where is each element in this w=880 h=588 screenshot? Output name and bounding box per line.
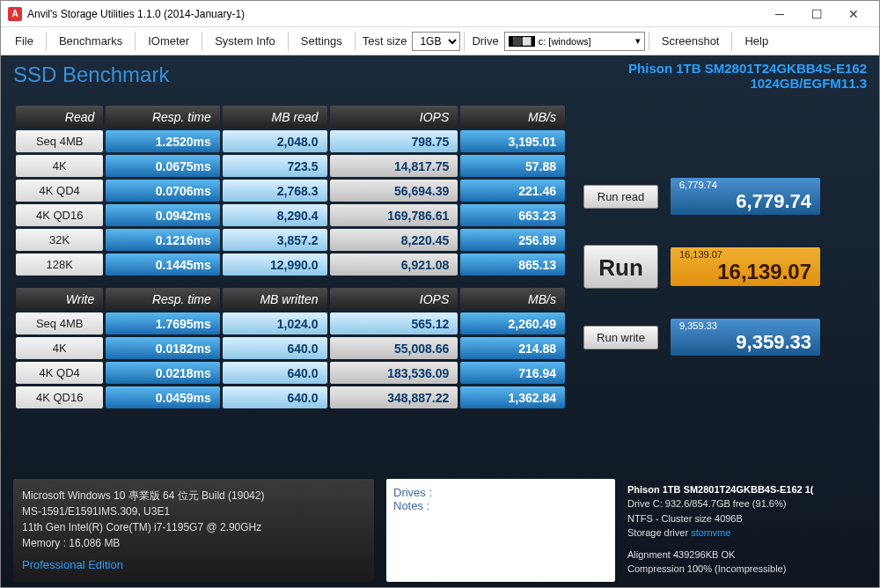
cell-resp: 0.0706ms xyxy=(106,180,220,202)
table-row: 4K 0.0675ms 723.5 14,817.75 57.88 xyxy=(16,155,565,177)
cell-mb: 1,024.0 xyxy=(223,312,327,334)
test-size-label: Test size xyxy=(359,34,411,48)
cell-mbs: 663.23 xyxy=(460,204,565,226)
write-table: Write Resp. time MB written IOPS MB/s Se… xyxy=(13,285,568,411)
app-icon: A xyxy=(8,7,22,21)
system-info-box: Microsoft Windows 10 專業版 64 位元 Build (19… xyxy=(13,479,374,583)
cell-iops: 8,220.45 xyxy=(330,229,458,251)
drive-select[interactable]: ⬛⬜c: [windows]▾ xyxy=(504,32,645,51)
edition-label: Professional Edition xyxy=(22,556,365,574)
device-info: Phison 1TB SM2801T24GKBB4S-E162 1024GB/E… xyxy=(628,61,867,91)
table-row: 128K 0.1445ms 12,990.0 6,921.08 865.13 xyxy=(16,254,565,276)
menu-benchmarks[interactable]: Benchmarks xyxy=(50,31,131,51)
cell-mb: 3,857.2 xyxy=(223,229,327,251)
main-panel: SSD Benchmark Phison 1TB SM2801T24GKBB4S… xyxy=(1,55,879,587)
cell-iops: 56,694.39 xyxy=(330,180,458,202)
cell-mbs: 2,260.49 xyxy=(460,312,565,334)
drive-info-box: Phison 1TB SM2801T24GKBB4S-E162 1( Drive… xyxy=(627,479,814,583)
col-read: Read xyxy=(16,106,103,128)
cell-mb: 640.0 xyxy=(223,362,327,384)
read-table: Read Resp. time MB read IOPS MB/s Seq 4M… xyxy=(13,103,568,278)
write-score: 9,359.33 9,359.33 xyxy=(671,319,820,356)
col-write: Write xyxy=(16,288,103,310)
drive-icon: ⬛⬜ xyxy=(509,36,535,47)
col-mbread: MB read xyxy=(223,106,327,128)
row-label: Seq 4MB xyxy=(16,312,103,334)
cell-resp: 0.0218ms xyxy=(106,362,220,384)
cell-iops: 169,786.61 xyxy=(330,204,458,226)
table-row: 32K 0.1216ms 3,857.2 8,220.45 256.89 xyxy=(16,229,565,251)
row-label: 4K QD16 xyxy=(16,204,103,226)
cell-mbs: 865.13 xyxy=(460,254,565,276)
cell-resp: 0.0675ms xyxy=(106,155,220,177)
row-label: 4K QD4 xyxy=(16,362,103,384)
footer: Microsoft Windows 10 專業版 64 位元 Build (19… xyxy=(13,479,867,583)
read-score: 6,779.74 6,779.74 xyxy=(671,178,820,215)
notes-box[interactable]: Drives : Notes : xyxy=(386,479,615,583)
cell-mb: 640.0 xyxy=(223,337,327,359)
cell-mb: 12,990.0 xyxy=(223,254,327,276)
table-row: Seq 4MB 1.7695ms 1,024.0 565.12 2,260.49 xyxy=(16,312,565,334)
cell-resp: 0.1216ms xyxy=(106,229,220,251)
cell-resp: 0.0942ms xyxy=(106,204,220,226)
test-size-select[interactable]: 1GB xyxy=(412,32,460,51)
table-row: 4K QD4 0.0706ms 2,768.3 56,694.39 221.46 xyxy=(16,180,565,202)
menu-help[interactable]: Help xyxy=(736,31,777,51)
cell-mb: 723.5 xyxy=(223,155,327,177)
row-label: 4K QD4 xyxy=(16,180,103,202)
cell-mbs: 256.89 xyxy=(460,229,565,251)
row-label: 4K QD16 xyxy=(16,386,103,408)
cell-iops: 6,921.08 xyxy=(330,254,458,276)
cell-mbs: 1,362.84 xyxy=(460,386,565,408)
cell-mbs: 221.46 xyxy=(460,180,565,202)
cell-mb: 640.0 xyxy=(223,386,327,408)
menu-iometer[interactable]: IOmeter xyxy=(139,31,198,51)
menu-screenshot[interactable]: Screenshot xyxy=(653,31,729,51)
cell-iops: 14,817.75 xyxy=(330,155,458,177)
run-read-button[interactable]: Run read xyxy=(583,185,658,209)
menu-system-info[interactable]: System Info xyxy=(206,31,284,51)
cell-mbs: 57.88 xyxy=(460,155,565,177)
run-write-button[interactable]: Run write xyxy=(583,326,658,349)
cell-mb: 2,768.3 xyxy=(223,180,327,202)
row-label: 32K xyxy=(16,229,103,251)
cell-resp: 0.1445ms xyxy=(106,254,220,276)
col-mbs: MB/s xyxy=(460,106,565,128)
cell-resp: 1.2520ms xyxy=(106,130,220,152)
col-resp: Resp. time xyxy=(106,106,220,128)
row-label: 128K xyxy=(16,254,103,276)
minimize-button[interactable]: ─ xyxy=(761,2,798,26)
cell-resp: 0.0182ms xyxy=(106,337,220,359)
maximize-button[interactable]: ☐ xyxy=(798,2,835,26)
menu-file[interactable]: File xyxy=(6,31,42,51)
cell-mbs: 716.94 xyxy=(460,362,565,384)
cell-iops: 565.12 xyxy=(330,312,458,334)
cell-iops: 798.75 xyxy=(330,130,458,152)
table-row: 4K QD4 0.0218ms 640.0 183,536.09 716.94 xyxy=(16,362,565,384)
cell-resp: 0.0459ms xyxy=(106,386,220,408)
cell-mbs: 214.88 xyxy=(460,337,565,359)
cell-iops: 55,008.66 xyxy=(330,337,458,359)
col-iops: IOPS xyxy=(330,106,458,128)
drive-label: Drive xyxy=(468,34,502,48)
cell-mb: 2,048.0 xyxy=(223,130,327,152)
table-row: Seq 4MB 1.2520ms 2,048.0 798.75 3,195.01 xyxy=(16,130,565,152)
total-score: 16,139.07 16,139.07 xyxy=(671,247,820,286)
row-label: 4K xyxy=(16,155,103,177)
close-button[interactable]: ✕ xyxy=(835,2,872,26)
cell-mb: 8,290.4 xyxy=(223,204,327,226)
row-label: Seq 4MB xyxy=(16,130,103,152)
cell-iops: 348,887.22 xyxy=(330,386,458,408)
row-label: 4K xyxy=(16,337,103,359)
menu-settings[interactable]: Settings xyxy=(292,31,351,51)
side-panel: Run read 6,779.74 6,779.74 Run 16,139.07… xyxy=(580,103,867,411)
run-button[interactable]: Run xyxy=(583,245,658,289)
table-row: 4K QD16 0.0459ms 640.0 348,887.22 1,362.… xyxy=(16,386,565,408)
menu-bar: File Benchmarks IOmeter System Info Sett… xyxy=(1,27,879,55)
col-mbwritten: MB written xyxy=(223,288,327,310)
table-row: 4K QD16 0.0942ms 8,290.4 169,786.61 663.… xyxy=(16,204,565,226)
cell-iops: 183,536.09 xyxy=(330,362,458,384)
table-row: 4K 0.0182ms 640.0 55,008.66 214.88 xyxy=(16,337,565,359)
cell-mbs: 3,195.01 xyxy=(460,130,565,152)
title-bar: A Anvil's Storage Utilities 1.1.0 (2014-… xyxy=(1,1,879,27)
